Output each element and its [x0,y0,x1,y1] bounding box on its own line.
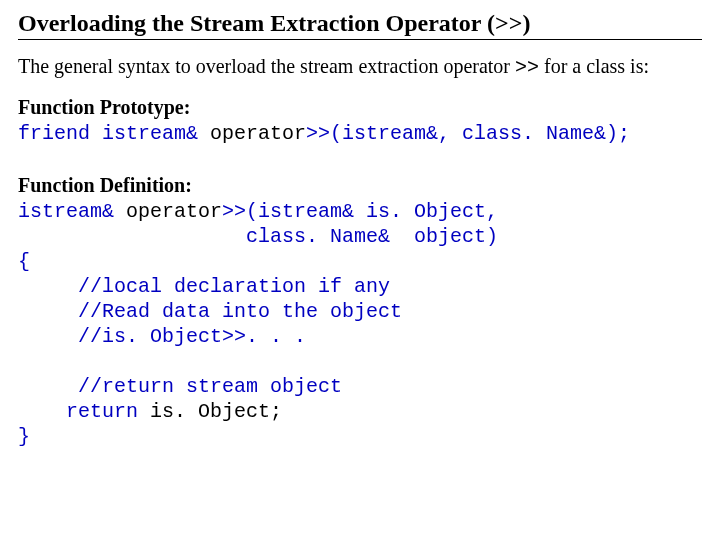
intro-text: The general syntax to overload the strea… [18,54,702,80]
proto-friend-istream: friend istream& [18,122,210,145]
def-comment-read-data: //Read data into the object [18,300,402,323]
definition-code: istream& operator>>(istream& is. Object,… [18,199,702,449]
page-title: Overloading the Stream Extraction Operat… [18,10,702,40]
definition-label: Function Definition: [18,174,702,197]
proto-signature-tail: >>(istream&, class. Name&); [306,122,630,145]
def-sig-line2: class. Name& object) [18,225,498,248]
slide-page: Overloading the Stream Extraction Operat… [0,0,720,467]
def-return-kw: return [18,400,150,423]
intro-part-a: The general syntax to overload the strea… [18,55,515,77]
spacer-1 [18,146,702,166]
def-comment-isobject: //is. Object>>. . . [18,325,306,348]
def-comment-local-decl: //local declaration if any [18,275,390,298]
def-return-value: is. Object; [150,400,282,423]
def-open-brace: { [18,250,30,273]
intro-operator-symbol: >> [515,56,539,79]
def-operator-word: operator [126,200,222,223]
prototype-code: friend istream& operator>>(istream&, cla… [18,121,702,146]
def-comment-return: //return stream object [18,375,342,398]
intro-part-b: for a class is: [539,55,649,77]
prototype-label: Function Prototype: [18,96,702,119]
def-istream: istream& [18,200,126,223]
def-close-brace: } [18,425,30,448]
def-sig-line1-tail: >>(istream& is. Object, [222,200,498,223]
proto-operator-word: operator [210,122,306,145]
